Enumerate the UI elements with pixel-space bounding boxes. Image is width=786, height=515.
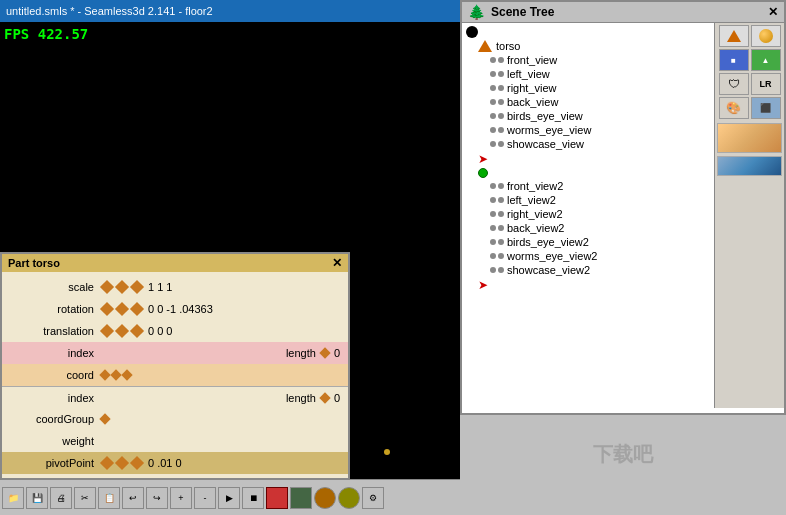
right-view2-label: right_view2 <box>507 208 563 220</box>
tree-separator-1: ➤ <box>474 151 714 167</box>
toolbar-open[interactable]: 📁 <box>2 487 24 509</box>
tree-item-showcase-view[interactable]: showcase_view <box>486 137 714 151</box>
diamond-t1[interactable] <box>100 324 114 338</box>
tb-icon-shield[interactable]: 🛡 <box>719 73 749 95</box>
toolbar-stop[interactable]: ⏹ <box>242 487 264 509</box>
torso-label: torso <box>496 40 520 52</box>
birds-eye-view2-label: birds_eye_view2 <box>507 236 589 248</box>
diamond-1[interactable] <box>100 280 114 294</box>
chain-icon-11 <box>490 225 504 231</box>
chain-icon-2 <box>490 71 504 77</box>
diamond-r1[interactable] <box>100 302 114 316</box>
fps-counter: FPS 422.57 <box>4 26 88 42</box>
diamond-t2[interactable] <box>115 324 129 338</box>
toolbar-zoomin[interactable]: + <box>170 487 192 509</box>
prop-label-index2: index <box>10 392 100 404</box>
worms-eye-view2-label: worms_eye_view2 <box>507 250 597 262</box>
tree-item-back-view[interactable]: back_view <box>486 95 714 109</box>
tb-icon-green[interactable]: ▲ <box>751 49 781 71</box>
green-circle-icon <box>478 168 488 178</box>
tree-item-left-view2[interactable]: left_view2 <box>486 193 714 207</box>
toolbar-copy[interactable]: 📋 <box>98 487 120 509</box>
tb-icon-paint[interactable]: 🎨 <box>719 97 749 119</box>
scene-tree-close-button[interactable]: ✕ <box>768 5 778 19</box>
chain-icon-9 <box>490 197 504 203</box>
tb-row-1 <box>719 25 781 48</box>
prop-label-rotation: rotation <box>10 303 100 315</box>
tree-item-worms-eye-view2[interactable]: worms_eye_view2 <box>486 249 714 263</box>
diamond-p1[interactable] <box>100 456 114 470</box>
diamond-t3[interactable] <box>130 324 144 338</box>
tree-item-front-view2[interactable]: front_view2 <box>486 179 714 193</box>
toolbar-redo[interactable]: ↪ <box>146 487 168 509</box>
scene-tree-icon: 🌲 <box>468 4 485 20</box>
tree-item-right-view2[interactable]: right_view2 <box>486 207 714 221</box>
prop-row-coordgroup: coordGroup <box>2 408 348 430</box>
toolbar-nav3[interactable] <box>338 487 360 509</box>
back-view-label: back_view <box>507 96 558 108</box>
prop-row-translation: translation 0 0 0 <box>2 320 348 342</box>
diamond-cg1[interactable] <box>99 413 110 424</box>
back-view2-label: back_view2 <box>507 222 564 234</box>
diamond-3[interactable] <box>130 280 144 294</box>
viewport-dot <box>384 449 390 455</box>
bottom-right-area: 下载吧 <box>460 415 786 493</box>
tree-item-back-view2[interactable]: back_view2 <box>486 221 714 235</box>
main-area: FPS 422.57 📁 💾 🖨 ✂ 📋 ↩ ↪ + - ▶ ⏹ ⚙ Part … <box>0 22 786 515</box>
tree-item-worms-eye-view[interactable]: worms_eye_view <box>486 123 714 137</box>
chain-icon-14 <box>490 267 504 273</box>
diamond-2[interactable] <box>115 280 129 294</box>
diamond-r3[interactable] <box>130 302 144 316</box>
prop-label-coord: coord <box>10 369 100 381</box>
diamond-len2[interactable] <box>319 392 330 403</box>
toolbar-nav1[interactable] <box>290 487 312 509</box>
tree-item-left-view[interactable]: left_view <box>486 67 714 81</box>
chain-icon-8 <box>490 183 504 189</box>
svg-marker-0 <box>727 30 741 42</box>
part-panel-title: Part torso ✕ <box>2 254 348 272</box>
diamond-p2[interactable] <box>115 456 129 470</box>
toolbar-red[interactable] <box>266 487 288 509</box>
diamond-c3[interactable] <box>121 369 132 380</box>
tree-item-birds-eye-view[interactable]: birds_eye_view <box>486 109 714 123</box>
toolbar-save[interactable]: 💾 <box>26 487 48 509</box>
scene-tree-body: torso front_view left_view <box>462 23 784 408</box>
tree-root[interactable] <box>462 25 714 39</box>
toolbar-zoomout[interactable]: - <box>194 487 216 509</box>
tree-item-torso[interactable]: torso <box>474 39 714 53</box>
tb-icon-sphere[interactable] <box>751 25 781 47</box>
tb-icon-blue[interactable]: ■ <box>719 49 749 71</box>
toolbar-print[interactable]: 🖨 <box>50 487 72 509</box>
toolbar-nav2[interactable] <box>314 487 336 509</box>
part-panel-close-button[interactable]: ✕ <box>332 256 342 270</box>
prop-row-pivotpoint: pivotPoint 0 .01 0 <box>2 452 348 474</box>
diamond-p3[interactable] <box>130 456 144 470</box>
toolbar-play[interactable]: ▶ <box>218 487 240 509</box>
tb-icon-lr[interactable]: LR <box>751 73 781 95</box>
index2-value: 0 <box>334 392 340 404</box>
prop-row-rotation: rotation 0 0 -1 .04363 <box>2 298 348 320</box>
tb-icon-triangle[interactable] <box>719 25 749 47</box>
birds-eye-view-label: birds_eye_view <box>507 110 583 122</box>
3d-viewport[interactable]: FPS 422.57 📁 💾 🖨 ✂ 📋 ↩ ↪ + - ▶ ⏹ ⚙ Part … <box>0 22 460 515</box>
tree-item-birds-eye-view2[interactable]: birds_eye_view2 <box>486 235 714 249</box>
pivot-diamonds <box>100 458 144 468</box>
diamond-c1[interactable] <box>99 369 110 380</box>
prop-row-index1: index length 0 <box>2 342 348 364</box>
viewport-toolbar: 📁 💾 🖨 ✂ 📋 ↩ ↪ + - ▶ ⏹ ⚙ <box>0 479 460 515</box>
diamond-len1[interactable] <box>319 347 330 358</box>
toolbar-undo[interactable]: ↩ <box>122 487 144 509</box>
diamond-r2[interactable] <box>115 302 129 316</box>
tree-green-group[interactable] <box>474 167 714 179</box>
toolbar-cut[interactable]: ✂ <box>74 487 96 509</box>
chain-icon-4 <box>490 99 504 105</box>
tb-icon-image[interactable]: ⬛ <box>751 97 781 119</box>
chain-icon-13 <box>490 253 504 259</box>
diamond-c2[interactable] <box>110 369 121 380</box>
torso-triangle-icon <box>478 40 492 52</box>
tree-item-right-view[interactable]: right_view <box>486 81 714 95</box>
toolbar-settings[interactable]: ⚙ <box>362 487 384 509</box>
front-view2-label: front_view2 <box>507 180 563 192</box>
tree-item-showcase-view2[interactable]: showcase_view2 <box>486 263 714 277</box>
tree-item-front-view[interactable]: front_view <box>486 53 714 67</box>
